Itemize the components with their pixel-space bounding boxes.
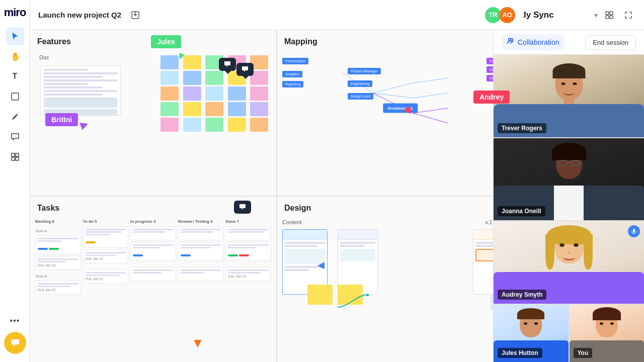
- card-meta: Due Jan 21: [38, 263, 78, 267]
- video-row-bottom: Jules Hutton You: [494, 305, 644, 362]
- you-name: You: [574, 348, 593, 358]
- video-cell-joanna: Joanna Oneill: [494, 138, 644, 221]
- jules-name-tag: Jules: [151, 35, 181, 48]
- card-line: [181, 247, 211, 248]
- trever-smile: [564, 90, 575, 96]
- joanna-glasses-left: [558, 160, 567, 166]
- comment-tool[interactable]: [6, 128, 24, 146]
- sticky-note: [228, 118, 246, 132]
- kanban-card: [130, 267, 176, 281]
- card-tag: [86, 241, 96, 243]
- share-button[interactable]: [127, 7, 143, 23]
- audrey-head: [554, 229, 584, 263]
- card-line: [133, 231, 165, 233]
- collaboration-icon: [507, 37, 515, 47]
- svg-rect-3: [16, 153, 19, 156]
- card-line: [181, 272, 205, 274]
- svg-rect-16: [606, 12, 609, 15]
- card-line: [181, 269, 221, 271]
- kanban-board: Backlog 8 Team A Due Jan 21 Team B: [35, 219, 271, 357]
- sticky-note: [205, 86, 223, 101]
- svg-rect-18: [606, 16, 609, 19]
- trever-name: Trever Rogers: [498, 123, 546, 133]
- doc-line: [44, 76, 103, 78]
- cursor-tool[interactable]: [6, 27, 24, 45]
- tab-collaboration[interactable]: Collaboration: [502, 34, 565, 50]
- kanban-card: [178, 267, 224, 281]
- panel-view-btn[interactable]: [602, 8, 617, 23]
- svg-line-12: [413, 93, 448, 98]
- kanban-card: [178, 226, 224, 240]
- card-line: [38, 261, 66, 262]
- panel-expand-btn[interactable]: [621, 8, 636, 23]
- you-head: [596, 311, 618, 337]
- card-line: [181, 231, 213, 233]
- svg-line-8: [373, 83, 413, 93]
- panel-tabs: Collaboration End session: [494, 30, 644, 55]
- kanban-card: [130, 242, 176, 261]
- chat-button[interactable]: [4, 332, 26, 354]
- more-icon[interactable]: •••: [6, 312, 24, 330]
- content-header: Content: [282, 219, 481, 225]
- node-diagram: Performance Analytics Reporting: [282, 53, 518, 191]
- hand-tool[interactable]: ✋: [6, 47, 24, 65]
- end-session-button[interactable]: End session: [585, 35, 636, 50]
- v1-label: v.1: [485, 219, 492, 225]
- doc-image: [44, 98, 117, 108]
- kanban-card: [225, 226, 271, 240]
- you-eye-left: [600, 322, 603, 325]
- card-line: [86, 254, 116, 256]
- card-meta: Due Jan 21: [228, 275, 269, 278]
- card-tag: [133, 254, 143, 256]
- card-line: [133, 272, 161, 274]
- pen-tool[interactable]: [6, 108, 24, 126]
- connection-lines: [282, 53, 518, 191]
- frame-tool[interactable]: [6, 148, 24, 166]
- svg-point-21: [511, 39, 513, 41]
- col-spacer: [225, 262, 271, 265]
- board-grid: Features Doc: [30, 30, 523, 362]
- node1: Performance: [282, 58, 308, 64]
- node-mid3: Design Lead: [348, 93, 373, 100]
- design-content-area: Content v.1 v.2: [282, 219, 518, 357]
- card-line: [38, 286, 70, 287]
- text-tool[interactable]: T: [6, 67, 24, 85]
- card-line: [86, 231, 122, 233]
- joanna-hair: [552, 143, 586, 160]
- col-done-header: Done 7: [225, 219, 271, 224]
- doc-line: [44, 83, 88, 85]
- tab-collaboration-label: Collaboration: [518, 38, 559, 46]
- card-meta: Due Jan 21: [38, 288, 78, 292]
- chat-bubble-features: [236, 63, 254, 76]
- hub-node: Roadmap Q2: [383, 103, 418, 113]
- sticky-tool[interactable]: [6, 87, 24, 106]
- sticky-note: [205, 102, 223, 116]
- node3: Reporting: [282, 81, 303, 87]
- svg-line-9: [373, 93, 413, 98]
- sticky-note: [228, 86, 246, 101]
- doc-line: [44, 79, 117, 81]
- sticky-note: [183, 102, 201, 116]
- main-canvas[interactable]: Features Doc: [30, 30, 523, 362]
- mid-node: Product Manager: [348, 68, 381, 74]
- audrey-hair-left: [545, 234, 554, 269]
- sticky-grid: [160, 55, 271, 132]
- kanban-col-inprogress: In progress 3: [130, 219, 176, 357]
- col-review-header: Review / Testing 4: [178, 219, 224, 224]
- avatar-user2: AO: [499, 7, 515, 23]
- kanban-col-backlog: Backlog 8 Team A Due Jan 21 Team B: [35, 219, 81, 357]
- svg-rect-1: [12, 93, 19, 100]
- session-dropdown-icon[interactable]: ▾: [594, 11, 598, 19]
- card-line: [133, 247, 159, 248]
- mapping-nodes: Performance Analytics Reporting: [282, 53, 518, 191]
- card-line: [181, 244, 221, 246]
- mapping-title: Mapping: [284, 37, 516, 46]
- v1-img: [340, 249, 375, 261]
- card-tag-blue: [38, 248, 48, 250]
- svg-rect-2: [12, 153, 15, 156]
- sticky-note: [160, 86, 179, 101]
- features-section: Features Doc: [30, 30, 276, 196]
- sticky-note: [228, 102, 246, 116]
- kanban-card: [178, 242, 224, 261]
- mockup-area: ◀ note: [282, 229, 518, 310]
